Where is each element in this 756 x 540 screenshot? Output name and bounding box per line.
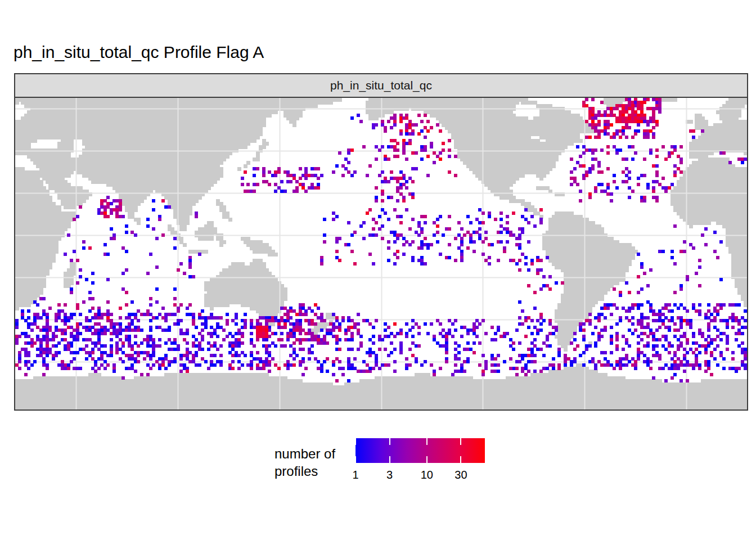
legend-tick-mark <box>426 456 428 463</box>
legend-title-line2: profiles <box>274 464 318 479</box>
facet-strip-label: ph_in_situ_total_qc <box>330 79 432 92</box>
legend-title-line1: number of <box>274 446 335 461</box>
legend-tick-label: 1 <box>352 469 358 482</box>
legend-tick-mark <box>389 456 390 463</box>
legend-tick-mark <box>355 438 356 445</box>
legend-tick-label: 3 <box>386 469 393 482</box>
legend-tick-mark <box>355 456 356 463</box>
map-canvas <box>15 98 747 410</box>
legend-number-of-profiles: number of profiles 131030 <box>0 436 756 492</box>
legend-title: number of profiles <box>274 445 335 480</box>
legend-colorbar <box>356 438 485 463</box>
legend-tick-label: 10 <box>421 469 433 482</box>
legend-tick-labels: 131030 <box>356 469 485 483</box>
figure: ph_in_situ_total_qc Profile Flag A ph_in… <box>0 0 756 540</box>
legend-tick-mark <box>460 456 461 463</box>
legend-tick-mark <box>389 438 390 445</box>
legend-tick-mark <box>460 438 461 445</box>
plot-title: ph_in_situ_total_qc Profile Flag A <box>14 43 264 62</box>
map-panel <box>14 97 748 411</box>
legend-tick-label: 30 <box>454 469 467 482</box>
facet-strip: ph_in_situ_total_qc <box>14 73 748 98</box>
legend-tick-mark <box>426 438 428 445</box>
